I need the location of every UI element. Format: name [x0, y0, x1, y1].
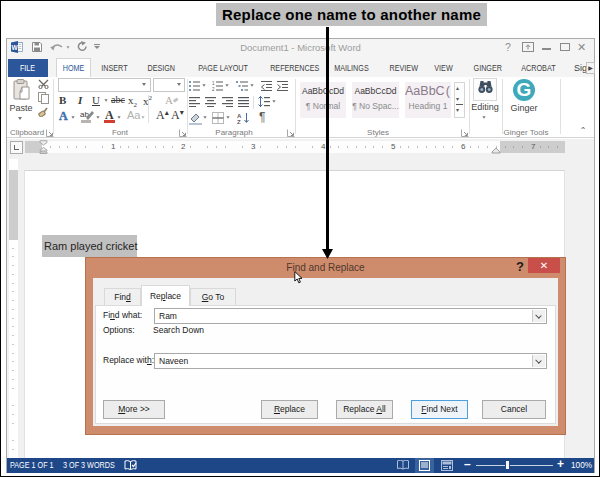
svg-text:2: 2 — [212, 87, 215, 92]
svg-text:A: A — [237, 113, 242, 119]
svg-text:1: 1 — [212, 81, 215, 86]
svg-text:A: A — [165, 94, 173, 106]
svg-text:Z: Z — [237, 119, 241, 124]
